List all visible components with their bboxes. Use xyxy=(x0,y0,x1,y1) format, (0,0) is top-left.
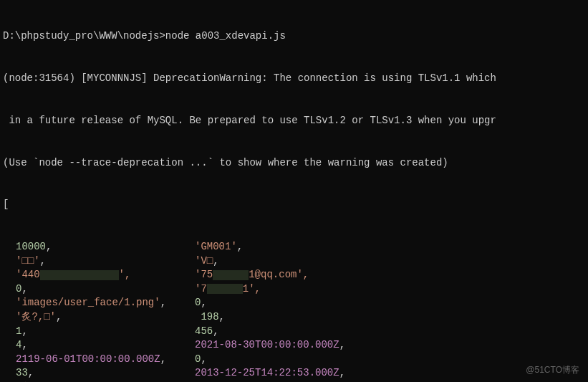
output-cell: 'GM001', xyxy=(195,240,585,254)
output-cell: '751@qq.com', xyxy=(195,268,585,282)
output-cell: 4, xyxy=(16,338,195,353)
output-cell: 0, xyxy=(16,282,195,297)
value-date: 2021-08-30T00:00:00.000Z xyxy=(195,339,339,350)
output-row: '炙?,□', 198, xyxy=(3,310,585,325)
output-rows: 10000,'GM001','□□','V□,'440','751@qq.com… xyxy=(3,240,585,382)
value-date: 2119-06-01T00:00:00.000Z xyxy=(16,353,160,365)
command-text: node a003_xdevapi.js xyxy=(165,30,286,42)
output-cell: 'images/user_face/1.png', xyxy=(16,296,195,310)
output-cell: 'V□, xyxy=(195,254,585,269)
output-cell: 456, xyxy=(195,325,585,339)
output-cell: '炙?,□', xyxy=(16,310,195,325)
value-str: '75 xyxy=(195,269,213,280)
output-row: '□□','V□, xyxy=(3,254,585,269)
value-str: 'GM001' xyxy=(195,241,237,252)
value-num: 198 xyxy=(195,311,219,323)
output-row: 1,456, xyxy=(3,325,585,339)
censored-region xyxy=(40,270,119,280)
censored-region xyxy=(207,284,243,294)
output-row: 4,2021-08-30T00:00:00.000Z, xyxy=(3,338,585,353)
output-row: '440','751@qq.com', xyxy=(3,268,585,282)
output-row: 'images/user_face/1.png',0, xyxy=(3,296,585,310)
output-cell: 2119-06-01T00:00:00.000Z, xyxy=(16,353,195,367)
value-str: 'V□ xyxy=(195,255,213,267)
terminal-output[interactable]: D:\phpstudy_pro\WWW\nodejs>node a003_xde… xyxy=(0,0,588,382)
value-num: 10000 xyxy=(16,241,46,252)
prompt-path: D:\phpstudy_pro\WWW\nodejs> xyxy=(3,30,165,42)
warning-line-2: in a future release of MySQL. Be prepare… xyxy=(3,114,585,128)
output-cell: 2021-08-30T00:00:00.000Z, xyxy=(195,338,585,353)
value-str: 'images/user_face/1.png' xyxy=(16,297,160,308)
output-cell: 10000, xyxy=(16,240,195,254)
value-num: 456 xyxy=(195,325,213,337)
watermark: @51CTO博客 xyxy=(526,364,579,376)
output-cell: 1, xyxy=(16,325,195,339)
output-row: 2119-06-01T00:00:00.000Z,0, xyxy=(3,353,585,367)
output-cell: '□□', xyxy=(16,254,195,269)
value-str: '440 xyxy=(16,269,40,280)
output-row: 10000,'GM001', xyxy=(3,240,585,254)
value-str: '□□' xyxy=(16,255,40,267)
array-open-bracket: [ xyxy=(3,198,585,212)
output-row: 33,2013-12-25T14:22:53.000Z, xyxy=(3,366,585,381)
warning-line-3: (Use `node --trace-deprecation ...` to s… xyxy=(3,156,585,171)
output-cell: '440', xyxy=(16,268,195,282)
output-cell: 33, xyxy=(16,366,195,381)
warning-line-1: (node:31564) [MYCONNNJS] DeprecationWarn… xyxy=(3,72,585,86)
value-str: '7 xyxy=(195,283,207,295)
censored-region xyxy=(213,270,249,280)
value-date: 2013-12-25T14:22:53.000Z xyxy=(195,367,339,378)
output-cell: 0, xyxy=(195,296,585,310)
output-cell: 198, xyxy=(195,310,585,325)
value-num: 33 xyxy=(16,367,28,378)
value-str: '炙?,□' xyxy=(16,311,56,323)
command-prompt-line: D:\phpstudy_pro\WWW\nodejs>node a003_xde… xyxy=(3,29,585,44)
output-cell: '71', xyxy=(195,282,585,297)
output-row: 0,'71', xyxy=(3,282,585,297)
